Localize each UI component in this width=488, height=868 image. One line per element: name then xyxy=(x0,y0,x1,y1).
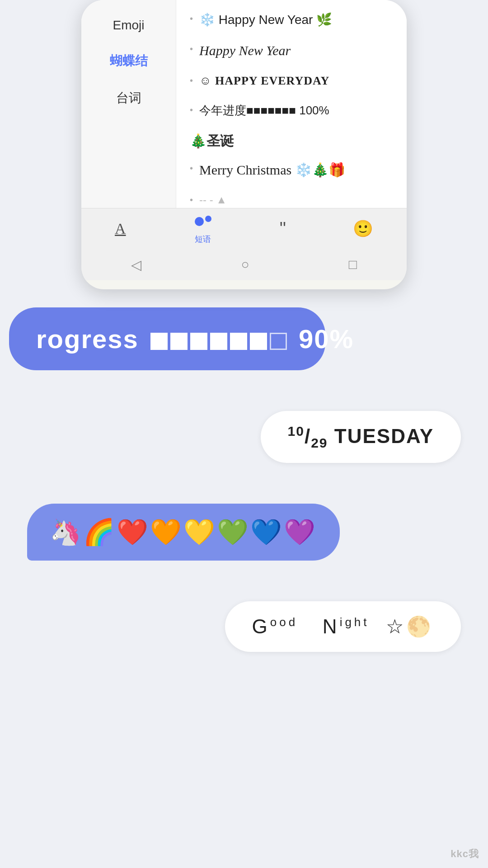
sidebar-item-bow[interactable]: 蝴蝶结 xyxy=(81,42,176,80)
back-nav-btn[interactable]: ◁ xyxy=(131,257,141,273)
list-item[interactable]: • 今年进度■■■■■■■ 100% xyxy=(190,96,393,125)
phrases-dot-icon xyxy=(193,213,213,232)
block-7 xyxy=(270,333,287,350)
quote-icon: " xyxy=(280,218,286,239)
watermark: kkc我 xyxy=(450,847,479,861)
list-item[interactable]: • Merry Christmas ❄️🎄🎁 xyxy=(190,154,393,186)
phone-screen: Emoji 蝴蝶结 台词 • ❄️ Happy New Year 🌿 • Hap… xyxy=(81,0,407,208)
bullet-icon: • xyxy=(190,44,193,54)
goodnight-bubble-wrapper: Good Night ☆🌕 xyxy=(18,574,470,652)
block-3 xyxy=(190,333,207,350)
item-text-6: -- - ▲ xyxy=(199,192,393,208)
block-6 xyxy=(250,333,267,350)
bullet-icon: • xyxy=(190,14,193,24)
progress-bubble: rogress 90% xyxy=(9,307,325,370)
toolbar-text-btn[interactable]: A xyxy=(115,220,126,237)
goodnight-text: Good Night ☆🌕 xyxy=(252,615,434,637)
emoji-text: 🦄🌈❤️🧡💛💚💙💜 xyxy=(50,518,317,546)
progress-blocks xyxy=(150,333,287,350)
phone-toolbar: A 短语 " 🙂 xyxy=(81,208,407,249)
list-item[interactable]: • -- - ▲ xyxy=(190,186,393,208)
phone-navbar: ◁ ○ □ xyxy=(81,249,407,280)
content-list: • ❄️ Happy New Year 🌿 • Happy New Year •… xyxy=(176,0,407,208)
emoji-bubble-wrapper: 🦄🌈❤️🧡💛💚💙💜 xyxy=(18,476,470,561)
date-bubble-wrapper: 10/29 TUESDAY xyxy=(18,384,470,463)
toolbar-emoji-btn[interactable]: 🙂 xyxy=(353,219,373,238)
list-item[interactable]: • ☺ HAPPY EVERYDAY xyxy=(190,66,393,95)
svg-point-0 xyxy=(195,217,204,226)
bullet-icon: • xyxy=(190,195,193,205)
text-format-icon: A xyxy=(115,220,126,237)
list-item[interactable]: • Happy New Year xyxy=(190,35,393,66)
block-4 xyxy=(210,333,227,350)
emoji-face-icon: 🙂 xyxy=(353,219,373,238)
block-1 xyxy=(150,333,168,350)
item-text-2: Happy New Year xyxy=(199,41,393,60)
sidebar-item-lines[interactable]: 台词 xyxy=(81,80,176,117)
progress-bubble-wrapper: rogress 90% xyxy=(18,307,470,370)
toolbar-phrases-btn[interactable]: 短语 xyxy=(193,213,213,245)
item-text-5: Merry Christmas ❄️🎄🎁 xyxy=(199,160,393,179)
toolbar-quote-btn[interactable]: " xyxy=(280,218,286,239)
sidebar: Emoji 蝴蝶结 台词 xyxy=(81,0,176,208)
item-text-1: ❄️ Happy New Year 🌿 xyxy=(199,11,393,28)
list-item[interactable]: • ❄️ Happy New Year 🌿 xyxy=(190,5,393,35)
bullet-icon: • xyxy=(190,163,193,174)
bullet-icon: • xyxy=(190,75,193,86)
block-5 xyxy=(230,333,247,350)
phone-mockup: Emoji 蝴蝶结 台词 • ❄️ Happy New Year 🌿 • Hap… xyxy=(81,0,407,289)
svg-point-1 xyxy=(205,216,211,222)
recents-nav-btn[interactable]: □ xyxy=(349,257,357,272)
sidebar-item-emoji[interactable]: Emoji xyxy=(81,8,176,42)
block-2 xyxy=(170,333,188,350)
date-text: 10/29 TUESDAY xyxy=(288,425,434,447)
goodnight-bubble: Good Night ☆🌕 xyxy=(225,601,461,652)
item-text-3: ☺ HAPPY EVERYDAY xyxy=(199,73,393,89)
emoji-bubble: 🦄🌈❤️🧡💛💚💙💜 xyxy=(27,504,340,561)
bullet-icon: • xyxy=(190,105,193,115)
section-title-christmas: 🎄圣诞 xyxy=(190,125,393,154)
chat-section: rogress 90% 10/29 TUESDAY xyxy=(0,289,488,688)
progress-text: rogress 90% xyxy=(36,324,354,354)
item-text-4: 今年进度■■■■■■■ 100% xyxy=(199,102,393,118)
date-bubble: 10/29 TUESDAY xyxy=(261,411,461,463)
phrases-label: 短语 xyxy=(195,234,211,245)
home-nav-btn[interactable]: ○ xyxy=(241,257,249,272)
